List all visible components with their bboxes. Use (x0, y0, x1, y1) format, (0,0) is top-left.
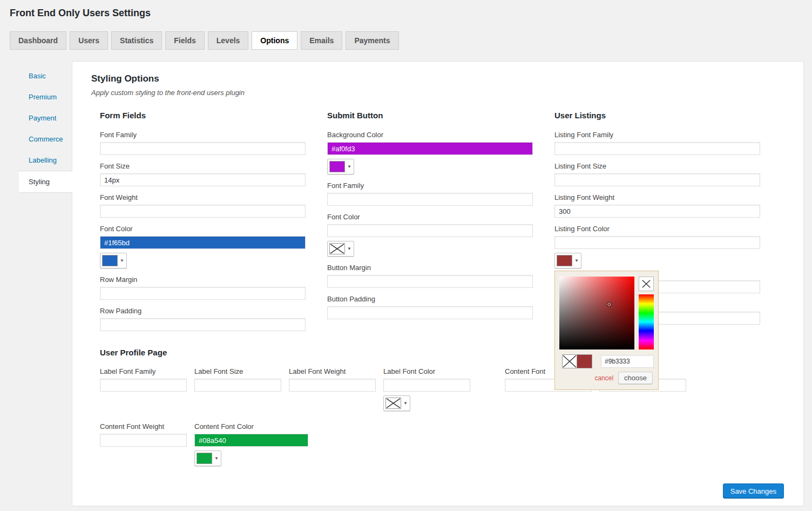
listing-font-color-swatch-row: ▼ (554, 253, 581, 268)
wp-admin-page: Front End Only Users Settings Dashboard … (0, 0, 812, 506)
field-label-font-size: Label Font Size (194, 367, 281, 392)
cancel-link[interactable]: cancel (594, 374, 613, 382)
tab-options[interactable]: Options (252, 31, 297, 50)
field-listing-font-weight: Listing Font Weight (554, 193, 760, 218)
label-font-size-input[interactable] (194, 379, 281, 392)
no-color-swatch-button[interactable] (562, 354, 577, 368)
sidebar-item-premium[interactable]: Premium (19, 86, 72, 107)
content-font-weight-input[interactable] (100, 434, 187, 447)
clear-color-button[interactable] (639, 277, 654, 291)
no-color-icon (385, 398, 401, 409)
tab-emails[interactable]: Emails (301, 31, 342, 50)
font-size-input[interactable] (100, 173, 306, 186)
field-font-color: Font Color ▼ (100, 225, 306, 268)
red-color-swatch (557, 255, 572, 266)
field-listing-font-family: Listing Font Family (554, 131, 760, 155)
button-font-color-input[interactable] (327, 224, 533, 237)
button-font-color-label: Font Color (327, 213, 533, 221)
button-margin-input[interactable] (327, 275, 533, 288)
button-padding-input[interactable] (327, 306, 533, 319)
profile-row-1: Label Font Family Label Font Size Label … (100, 367, 803, 418)
save-changes-button[interactable]: Save Changes (723, 483, 784, 499)
listing-font-color-label: Listing Font Color (554, 225, 760, 233)
listing-font-color-swatch-button[interactable]: ▼ (554, 253, 581, 268)
choose-button[interactable]: choose (618, 372, 653, 384)
field-font-family: Font Family (100, 131, 306, 155)
font-color-swatch-button[interactable]: ▼ (100, 253, 127, 268)
styling-columns: Form Fields Font Family Font Size Font W… (100, 111, 803, 338)
label-font-family-input[interactable] (100, 379, 187, 392)
label-font-color-label: Label Font Color (383, 367, 470, 376)
tab-dashboard[interactable]: Dashboard (10, 31, 66, 50)
sidebar-item-payment[interactable]: Payment (19, 107, 72, 129)
button-font-family-label: Font Family (327, 181, 533, 190)
tab-bar: Dashboard Users Statistics Fields Levels… (10, 31, 812, 50)
content-font-color-input[interactable] (194, 434, 308, 447)
tab-payments[interactable]: Payments (346, 31, 398, 50)
hex-color-input[interactable] (601, 355, 654, 368)
font-weight-input[interactable] (100, 205, 306, 218)
label-font-color-swatch-button[interactable]: ▼ (383, 395, 410, 411)
label-font-weight-input[interactable] (289, 379, 376, 392)
field-background-color: Background Color ▼ (327, 131, 533, 174)
color-picker-actions: cancel choose (594, 372, 653, 384)
background-color-input[interactable] (327, 142, 533, 155)
sidebar-item-commerce[interactable]: Commerce (19, 129, 72, 150)
label-font-color-swatch-row: ▼ (383, 395, 470, 411)
font-family-input[interactable] (100, 142, 306, 155)
listing-font-weight-input[interactable] (554, 205, 760, 218)
user-profile-heading: User Profile Page (100, 348, 803, 357)
font-weight-label: Font Weight (100, 193, 306, 202)
label-font-color-input[interactable] (383, 379, 470, 392)
no-color-icon (329, 243, 345, 254)
color-picker-cursor[interactable] (607, 302, 612, 307)
tab-users[interactable]: Users (70, 31, 108, 50)
field-font-size: Font Size (100, 162, 306, 186)
background-color-swatch-row: ▼ (327, 159, 533, 174)
row-padding-input[interactable] (100, 318, 306, 331)
tab-statistics[interactable]: Statistics (111, 31, 162, 50)
tab-fields[interactable]: Fields (165, 31, 204, 50)
listing-font-family-label: Listing Font Family (554, 131, 760, 139)
content-wrapper: Basic Premium Payment Commerce Labelling… (19, 61, 804, 506)
color-picker: cancel choose (554, 271, 659, 390)
listing-font-color-input[interactable] (554, 236, 760, 249)
listing-font-family-input[interactable] (554, 142, 760, 155)
field-button-font-family: Font Family (327, 181, 533, 206)
sidebar-item-styling[interactable]: Styling (19, 171, 72, 193)
profile-row-2: Content Font Weight Content Font Color ▼ (100, 422, 803, 473)
no-color-icon (563, 355, 577, 368)
section-description: Apply custom styling to the front-end us… (91, 89, 803, 97)
background-color-label: Background Color (327, 131, 533, 139)
form-fields-heading: Form Fields (100, 111, 306, 120)
content-font-color-swatch-button[interactable]: ▼ (194, 451, 221, 466)
settings-sidebar: Basic Premium Payment Commerce Labelling… (19, 61, 72, 506)
current-color-swatch (577, 354, 592, 368)
field-content-font-weight: Content Font Weight (100, 422, 187, 447)
section-user-profile-page: User Profile Page Label Font Family Labe… (100, 348, 803, 473)
chevron-down-icon: ▼ (120, 259, 124, 263)
button-padding-label: Button Padding (327, 295, 533, 304)
row-margin-input[interactable] (100, 287, 306, 300)
color-picker-hue-strip[interactable] (639, 294, 654, 349)
blue-color-swatch (102, 255, 118, 266)
label-font-weight-label: Label Font Weight (289, 367, 376, 376)
field-label-font-color: Label Font Color ▼ (383, 367, 470, 411)
button-font-color-swatch-button[interactable]: ▼ (327, 241, 354, 257)
sidebar-item-labelling[interactable]: Labelling (19, 150, 72, 171)
sidebar-item-basic[interactable]: Basic (19, 65, 72, 86)
field-label-font-weight: Label Font Weight (289, 367, 376, 392)
tab-levels[interactable]: Levels (208, 31, 249, 50)
submit-button-heading: Submit Button (327, 111, 533, 120)
field-label-font-family: Label Font Family (100, 367, 187, 392)
chevron-down-icon: ▼ (403, 401, 408, 406)
listing-font-size-label: Listing Font Size (554, 162, 760, 171)
font-color-input[interactable] (100, 236, 306, 249)
label-font-family-label: Label Font Family (100, 367, 187, 376)
font-color-swatch-row: ▼ (100, 253, 306, 268)
listing-font-size-input[interactable] (554, 173, 760, 186)
button-font-family-input[interactable] (327, 193, 533, 206)
color-picker-saturation-square[interactable] (559, 277, 634, 349)
chevron-down-icon: ▼ (347, 165, 351, 169)
background-color-swatch-button[interactable]: ▼ (327, 159, 354, 174)
